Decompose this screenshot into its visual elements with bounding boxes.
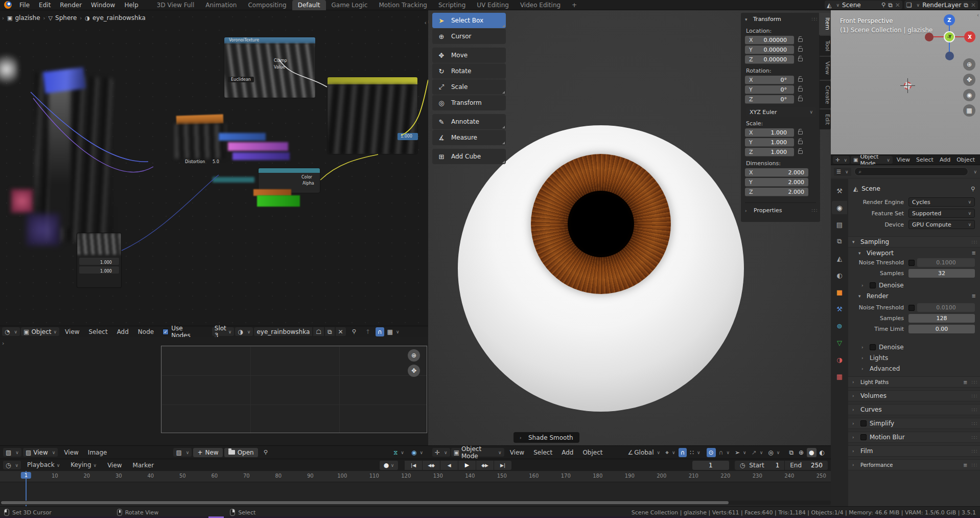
- section-checkbox[interactable]: [860, 420, 867, 426]
- workspace-tab[interactable]: 3D View Full: [151, 0, 200, 10]
- fake-user-button[interactable]: ☖: [313, 327, 324, 336]
- properties-section-header[interactable]: › Curves ≣∷∷: [848, 404, 980, 415]
- properties-section-header[interactable]: › Film ≣∷∷: [848, 445, 980, 457]
- close-icon[interactable]: ✕: [971, 2, 976, 9]
- toolbar-collapse-arrow[interactable]: ‹: [428, 18, 429, 25]
- pin-icon[interactable]: ⚲: [971, 186, 975, 192]
- go-to-parent-icon[interactable]: ↑: [365, 328, 370, 335]
- gizmos-dropdown[interactable]: ↗∨: [750, 448, 765, 457]
- properties-tab[interactable]: ⊚: [832, 319, 847, 332]
- tool-button[interactable]: ∡ Measure: [432, 130, 506, 145]
- play-button[interactable]: ▶: [458, 461, 476, 470]
- dimension-field[interactable]: Y2.000: [745, 178, 808, 187]
- menu-item[interactable]: Render: [55, 0, 86, 10]
- pin-icon[interactable]: ⚲: [881, 2, 885, 8]
- chevron-down-icon[interactable]: ▾: [745, 17, 750, 22]
- marker-menu[interactable]: Marker: [128, 460, 158, 470]
- editor-type-button[interactable]: ▨∨: [3, 448, 21, 457]
- viewport-subpanel-header[interactable]: ▾ Viewport ≣: [848, 247, 980, 258]
- workspace-tab[interactable]: +: [566, 0, 582, 10]
- scrollbar-thumb[interactable]: [1, 501, 729, 504]
- previous-keyframe-button[interactable]: ◀◆: [423, 461, 440, 470]
- overlays-dropdown[interactable]: ◎∨: [766, 448, 782, 457]
- lock-icon[interactable]: [798, 131, 803, 134]
- noise-threshold-field[interactable]: 0.1000: [917, 258, 975, 267]
- menu-item[interactable]: Object: [953, 155, 978, 165]
- section-checkbox[interactable]: [860, 434, 867, 440]
- timeline-ruler[interactable]: 1020304050607080901001101201301401501601…: [0, 471, 831, 482]
- properties-tab[interactable]: ▽: [832, 336, 847, 349]
- menu-item[interactable]: File: [15, 0, 34, 10]
- render-denoise-collapsed[interactable]: › Denoise: [848, 342, 980, 352]
- tool-button[interactable]: ◎ Transform: [432, 95, 506, 110]
- filter-dropdown[interactable]: ∨: [973, 169, 977, 174]
- sidebar-collapse-arrow[interactable]: ‹: [425, 19, 427, 26]
- gizmo-axis-x[interactable]: X: [964, 31, 975, 42]
- menu-item[interactable]: Select: [84, 327, 112, 337]
- editor-type-button[interactable]: ◔∨: [2, 327, 20, 336]
- properties-tab[interactable]: ◭: [832, 252, 847, 265]
- properties-tab[interactable]: ▦: [832, 370, 847, 383]
- shader-type-dropdown[interactable]: ▣Object∨: [21, 327, 59, 336]
- dimension-field[interactable]: Z2.000: [745, 188, 808, 196]
- sidebar-tab[interactable]: Create: [819, 81, 831, 109]
- close-icon[interactable]: ✕: [895, 2, 900, 9]
- rotation-field[interactable]: X0°: [745, 76, 794, 84]
- dimension-field[interactable]: X2.000: [745, 168, 808, 177]
- scene-selector[interactable]: ◭∨ Scene ⚲ ⧉ ✕: [825, 1, 902, 9]
- image-editor[interactable]: › ⊕ ✥: [0, 337, 428, 445]
- falloff-dropdown[interactable]: ∩∨: [717, 448, 732, 457]
- render-subpanel-header[interactable]: ▾ Render ≣: [848, 290, 980, 301]
- tool-button[interactable]: ➤ Select Box: [432, 13, 506, 28]
- sampling-panel-header[interactable]: ▾ Sampling ∷∷: [848, 236, 980, 247]
- editor-type-button[interactable]: ☰∨: [834, 168, 851, 176]
- blender-logo-icon[interactable]: [4, 1, 12, 9]
- properties-tab[interactable]: ◉: [832, 201, 847, 214]
- image-browse-button[interactable]: ▨∨: [173, 448, 192, 457]
- scale-field[interactable]: Z1.000: [745, 148, 794, 156]
- image-canvas[interactable]: [161, 346, 427, 433]
- tool-button[interactable]: ↻ Rotate: [432, 63, 506, 79]
- image-mode-dropdown[interactable]: ▨View∨: [23, 448, 58, 457]
- location-field[interactable]: X0.00000: [745, 36, 794, 44]
- sidebar-tab[interactable]: View: [819, 57, 831, 79]
- rotation-mode-dropdown[interactable]: XYZ Euler∨: [746, 107, 816, 117]
- mode-dropdown[interactable]: ▣Object Mode∨: [851, 156, 893, 164]
- current-frame-field[interactable]: 1: [692, 461, 729, 470]
- properties-breadcrumb[interactable]: Scene: [861, 185, 880, 192]
- noise-threshold-checkbox[interactable]: [908, 260, 915, 266]
- tool-button[interactable]: ⊞ Add Cube: [432, 149, 506, 164]
- menu-item[interactable]: View: [505, 447, 529, 458]
- menu-item[interactable]: View: [59, 447, 83, 458]
- property-dropdown[interactable]: GPU Compute∨: [908, 220, 975, 229]
- properties-section-header[interactable]: › Performance ≣∷∷: [848, 459, 980, 470]
- menu-item[interactable]: Select: [913, 155, 937, 165]
- scale-field[interactable]: Y1.000: [745, 138, 794, 147]
- lock-icon[interactable]: [798, 88, 803, 92]
- next-keyframe-button[interactable]: ◆▶: [476, 461, 494, 470]
- view-settings-dropdown[interactable]: ◉∨: [409, 448, 425, 457]
- transform-orientation-dropdown[interactable]: ∠Global∨: [626, 448, 663, 457]
- snapping-magnet-icon[interactable]: ∩: [679, 448, 687, 457]
- pan-hand-icon[interactable]: ✥: [408, 365, 420, 377]
- panel-title[interactable]: Transform: [753, 16, 781, 22]
- properties-tab[interactable]: ⚒: [832, 302, 847, 316]
- menu-item[interactable]: Add: [937, 155, 953, 165]
- timeline[interactable]: 1020304050607080901001101201301401501601…: [0, 471, 831, 506]
- menu-item[interactable]: Node: [133, 327, 158, 337]
- editor-type-button[interactable]: ✛∨: [833, 156, 850, 164]
- render-layer-name[interactable]: RenderLayer: [922, 2, 961, 9]
- location-field[interactable]: Y0.00000: [745, 46, 794, 54]
- pan-hand-icon[interactable]: ✥: [963, 74, 975, 86]
- workspace-tab[interactable]: Video Editing: [515, 0, 566, 10]
- denoise-checkbox[interactable]: [870, 344, 876, 350]
- workspace-tab[interactable]: Animation: [200, 0, 242, 10]
- view-menu[interactable]: View: [103, 460, 126, 470]
- slot-dropdown[interactable]: Slot 3∨: [212, 327, 235, 336]
- menu-item[interactable]: Help: [120, 0, 143, 10]
- snapping-magnet-icon[interactable]: ∩: [376, 327, 384, 336]
- workspace-tab[interactable]: UV Editing: [471, 0, 515, 10]
- properties-tab[interactable]: ▤: [832, 218, 847, 231]
- preset-icon[interactable]: ≣: [972, 293, 976, 299]
- snap-target-dropdown[interactable]: ▦∨: [385, 327, 402, 336]
